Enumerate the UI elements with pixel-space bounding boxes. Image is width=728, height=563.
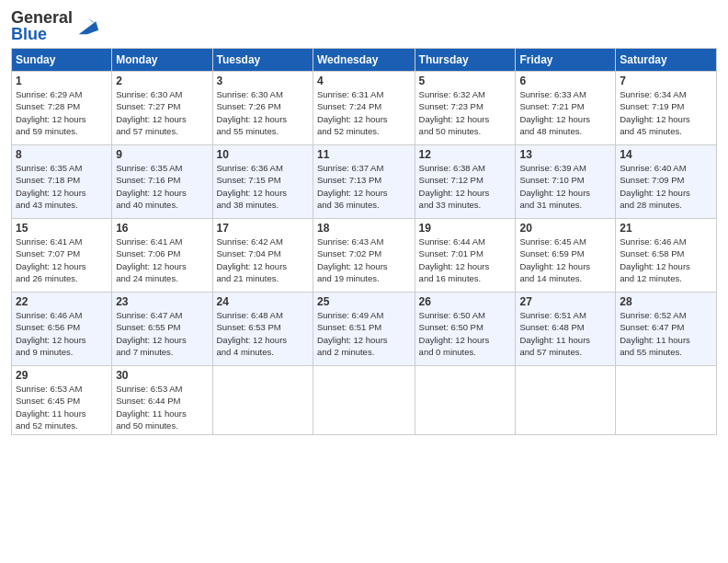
- day-number: 11: [317, 148, 411, 161]
- calendar-cell: 17Sunrise: 6:42 AMSunset: 7:04 PMDayligh…: [212, 219, 313, 293]
- calendar-cell: [212, 366, 313, 435]
- day-info: Sunrise: 6:30 AMSunset: 7:26 PMDaylight:…: [217, 88, 309, 137]
- day-number: 23: [116, 295, 208, 308]
- day-info: Sunrise: 6:38 AMSunset: 7:12 PMDaylight:…: [419, 162, 512, 211]
- day-info: Sunrise: 6:39 AMSunset: 7:10 PMDaylight:…: [519, 162, 611, 211]
- calendar-cell: 19Sunrise: 6:44 AMSunset: 7:01 PMDayligh…: [415, 219, 516, 293]
- day-number: 15: [16, 222, 108, 235]
- day-number: 19: [419, 222, 512, 235]
- calendar-cell: 7Sunrise: 6:34 AMSunset: 7:19 PMDaylight…: [616, 72, 717, 145]
- day-info: Sunrise: 6:35 AMSunset: 7:18 PMDaylight:…: [16, 162, 108, 211]
- day-number: 27: [519, 295, 611, 308]
- day-info: Sunrise: 6:30 AMSunset: 7:27 PMDaylight:…: [116, 88, 208, 137]
- day-number: 17: [217, 222, 309, 235]
- calendar-day-header: Monday: [112, 49, 212, 72]
- logo-text: GeneralBlue: [11, 9, 73, 42]
- day-info: Sunrise: 6:33 AMSunset: 7:21 PMDaylight:…: [519, 88, 611, 137]
- day-number: 18: [317, 222, 411, 235]
- day-info: Sunrise: 6:35 AMSunset: 7:16 PMDaylight:…: [116, 162, 208, 211]
- day-info: Sunrise: 6:44 AMSunset: 7:01 PMDaylight:…: [419, 236, 512, 284]
- calendar-cell: [313, 366, 415, 435]
- calendar-cell: 27Sunrise: 6:51 AMSunset: 6:48 PMDayligh…: [516, 293, 616, 366]
- day-info: Sunrise: 6:41 AMSunset: 7:07 PMDaylight:…: [16, 236, 108, 284]
- day-number: 12: [419, 148, 512, 161]
- day-number: 5: [419, 75, 512, 87]
- day-info: Sunrise: 6:36 AMSunset: 7:15 PMDaylight:…: [217, 162, 309, 211]
- calendar-cell: 30Sunrise: 6:53 AMSunset: 6:44 PMDayligh…: [112, 366, 212, 435]
- calendar-cell: 2Sunrise: 6:30 AMSunset: 7:27 PMDaylight…: [112, 72, 212, 145]
- logo-icon: [74, 13, 100, 39]
- calendar-cell: 20Sunrise: 6:45 AMSunset: 6:59 PMDayligh…: [516, 219, 616, 293]
- day-number: 26: [419, 295, 512, 308]
- calendar-cell: 22Sunrise: 6:46 AMSunset: 6:56 PMDayligh…: [12, 293, 112, 366]
- calendar-header-row: SundayMondayTuesdayWednesdayThursdayFrid…: [12, 49, 717, 72]
- calendar-cell: 11Sunrise: 6:37 AMSunset: 7:13 PMDayligh…: [313, 145, 415, 219]
- day-number: 6: [519, 75, 611, 87]
- day-number: 7: [620, 75, 712, 87]
- calendar-cell: 23Sunrise: 6:47 AMSunset: 6:55 PMDayligh…: [112, 293, 212, 366]
- day-number: 1: [16, 75, 108, 87]
- day-info: Sunrise: 6:53 AMSunset: 6:44 PMDaylight:…: [116, 383, 208, 431]
- day-info: Sunrise: 6:40 AMSunset: 7:09 PMDaylight:…: [620, 162, 712, 211]
- day-info: Sunrise: 6:53 AMSunset: 6:45 PMDaylight:…: [16, 383, 108, 431]
- day-number: 29: [16, 369, 108, 382]
- day-info: Sunrise: 6:51 AMSunset: 6:48 PMDaylight:…: [519, 309, 611, 358]
- day-number: 8: [16, 148, 108, 161]
- day-number: 16: [116, 222, 208, 235]
- day-info: Sunrise: 6:46 AMSunset: 6:58 PMDaylight:…: [620, 236, 712, 284]
- calendar-cell: 3Sunrise: 6:30 AMSunset: 7:26 PMDaylight…: [212, 72, 313, 145]
- day-number: 22: [16, 295, 108, 308]
- calendar-cell: 25Sunrise: 6:49 AMSunset: 6:51 PMDayligh…: [313, 293, 415, 366]
- day-info: Sunrise: 6:42 AMSunset: 7:04 PMDaylight:…: [217, 236, 309, 284]
- svg-marker-0: [79, 21, 98, 34]
- day-number: 13: [519, 148, 611, 161]
- day-info: Sunrise: 6:41 AMSunset: 7:06 PMDaylight:…: [116, 236, 208, 284]
- logo-general: General: [11, 9, 73, 26]
- calendar-cell: 4Sunrise: 6:31 AMSunset: 7:24 PMDaylight…: [313, 72, 415, 145]
- calendar-cell: 18Sunrise: 6:43 AMSunset: 7:02 PMDayligh…: [313, 219, 415, 293]
- day-number: 24: [217, 295, 309, 308]
- calendar-cell: 29Sunrise: 6:53 AMSunset: 6:45 PMDayligh…: [12, 366, 112, 435]
- calendar-cell: 10Sunrise: 6:36 AMSunset: 7:15 PMDayligh…: [212, 145, 313, 219]
- day-number: 25: [317, 295, 411, 308]
- day-number: 30: [116, 369, 208, 382]
- calendar-day-header: Wednesday: [313, 49, 415, 72]
- calendar-table: SundayMondayTuesdayWednesdayThursdayFrid…: [11, 48, 717, 435]
- calendar-day-header: Tuesday: [212, 49, 313, 72]
- day-number: 2: [116, 75, 208, 87]
- calendar-cell: 28Sunrise: 6:52 AMSunset: 6:47 PMDayligh…: [616, 293, 717, 366]
- day-number: 14: [620, 148, 712, 161]
- main-container: GeneralBlue SundayMondayTuesdayWednesday…: [0, 0, 728, 442]
- day-info: Sunrise: 6:32 AMSunset: 7:23 PMDaylight:…: [419, 88, 512, 137]
- day-number: 20: [519, 222, 611, 235]
- day-info: Sunrise: 6:34 AMSunset: 7:19 PMDaylight:…: [620, 88, 712, 137]
- day-info: Sunrise: 6:48 AMSunset: 6:53 PMDaylight:…: [217, 309, 309, 358]
- day-info: Sunrise: 6:47 AMSunset: 6:55 PMDaylight:…: [116, 309, 208, 358]
- calendar-cell: [616, 366, 717, 435]
- day-info: Sunrise: 6:37 AMSunset: 7:13 PMDaylight:…: [317, 162, 411, 211]
- day-info: Sunrise: 6:31 AMSunset: 7:24 PMDaylight:…: [317, 88, 411, 137]
- day-number: 28: [620, 295, 712, 308]
- header: GeneralBlue: [11, 9, 717, 42]
- calendar-day-header: Thursday: [415, 49, 516, 72]
- day-info: Sunrise: 6:50 AMSunset: 6:50 PMDaylight:…: [419, 309, 512, 358]
- calendar-cell: 5Sunrise: 6:32 AMSunset: 7:23 PMDaylight…: [415, 72, 516, 145]
- calendar-cell: 26Sunrise: 6:50 AMSunset: 6:50 PMDayligh…: [415, 293, 516, 366]
- calendar-cell: 12Sunrise: 6:38 AMSunset: 7:12 PMDayligh…: [415, 145, 516, 219]
- day-info: Sunrise: 6:29 AMSunset: 7:28 PMDaylight:…: [16, 88, 108, 137]
- calendar-cell: 24Sunrise: 6:48 AMSunset: 6:53 PMDayligh…: [212, 293, 313, 366]
- day-number: 21: [620, 222, 712, 235]
- day-info: Sunrise: 6:49 AMSunset: 6:51 PMDaylight:…: [317, 309, 411, 358]
- logo: GeneralBlue: [11, 9, 100, 42]
- calendar-day-header: Saturday: [616, 49, 717, 72]
- calendar-cell: 16Sunrise: 6:41 AMSunset: 7:06 PMDayligh…: [112, 219, 212, 293]
- day-number: 4: [317, 75, 411, 87]
- calendar-cell: 21Sunrise: 6:46 AMSunset: 6:58 PMDayligh…: [616, 219, 717, 293]
- day-info: Sunrise: 6:45 AMSunset: 6:59 PMDaylight:…: [519, 236, 611, 284]
- day-info: Sunrise: 6:43 AMSunset: 7:02 PMDaylight:…: [317, 236, 411, 284]
- calendar-cell: 9Sunrise: 6:35 AMSunset: 7:16 PMDaylight…: [112, 145, 212, 219]
- day-number: 9: [116, 148, 208, 161]
- logo-blue: Blue: [11, 26, 73, 42]
- calendar-day-header: Friday: [516, 49, 616, 72]
- calendar-cell: 6Sunrise: 6:33 AMSunset: 7:21 PMDaylight…: [516, 72, 616, 145]
